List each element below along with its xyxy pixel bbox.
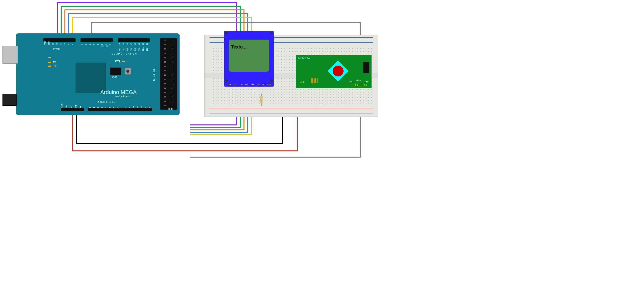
- board-title: Arduino MEGA: [100, 89, 137, 95]
- rf-receiver-module: XY-MK-5V Ant Vcc Data GND: [296, 55, 372, 88]
- comm-sub: TX3 RX3 TX2 RX2 TX1 RX1 SDA SCL: [117, 48, 149, 50]
- rf-ant-label: Ant: [300, 81, 304, 83]
- pin-labels-top-mid: 7 6 5 4 3 2 1 0: [80, 42, 112, 44]
- icsp-label: ICSP: [112, 76, 118, 78]
- usb-port: [2, 46, 18, 64]
- analog-pin-labels: 0 1 2 3 4 5 6 7 8 9 10 11 12 13 14 15: [88, 105, 151, 107]
- nokia-lcd-module: Texto.... RST CE DC Din Clk Vcc BL Gnd: [224, 31, 274, 87]
- lcd-display-text: Texto....: [231, 44, 248, 50]
- mcu-chip: [76, 63, 106, 93]
- power-rail-bottom: [210, 108, 373, 115]
- pwm-label: PWM: [53, 48, 61, 50]
- rf-pin-pads: [351, 84, 366, 86]
- led-tx: [48, 62, 51, 63]
- board-url: www.arduino.cc: [115, 95, 131, 98]
- led-pwr: [122, 61, 125, 62]
- rf-model: XY-MK-5V: [298, 56, 310, 59]
- pin-labels-top-left: AREF GND 13 12 11 10 9 8: [43, 42, 74, 44]
- pwr-label: PWR: [115, 60, 120, 63]
- analog-label: ANALOG IN: [98, 101, 116, 103]
- bl-resistor: [260, 93, 262, 106]
- header-analog: [88, 108, 152, 111]
- digital-label: DIGITAL: [152, 68, 155, 81]
- reset-button[interactable]: [124, 68, 131, 74]
- pin-labels-top-right: 14 15 16 17 18 19 20 21: [117, 42, 149, 44]
- arduino-mega-board: AREF GND 13 12 11 10 9 8 7 6 5 4 3 2 1 0…: [16, 33, 180, 115]
- rf-coil-icon: [311, 78, 318, 83]
- header-digital-right: 2223 2425 2627 2829 3031 3233 3435 3637 …: [160, 38, 177, 110]
- power-jack: [2, 94, 16, 106]
- rf-ic-chip: [363, 62, 369, 73]
- wiring-canvas: AREF GND 13 12 11 10 9 8 7 6 5 4 3 2 1 0…: [0, 0, 382, 168]
- rf-tuning-icon: [328, 61, 349, 82]
- comm-label: COMMUNICATION: [112, 53, 137, 55]
- lcd-pin-labels: RST CE DC Din Clk Vcc BL Gnd: [228, 83, 271, 85]
- power-pin-labels: RESET 3V3 5V GND VIN: [60, 105, 83, 107]
- led-rx: [48, 65, 51, 67]
- lcd-screen: Texto....: [228, 39, 269, 72]
- led-l: [48, 57, 51, 58]
- icsp-header: [110, 67, 121, 75]
- txrx-sub: TXRX: [101, 45, 108, 47]
